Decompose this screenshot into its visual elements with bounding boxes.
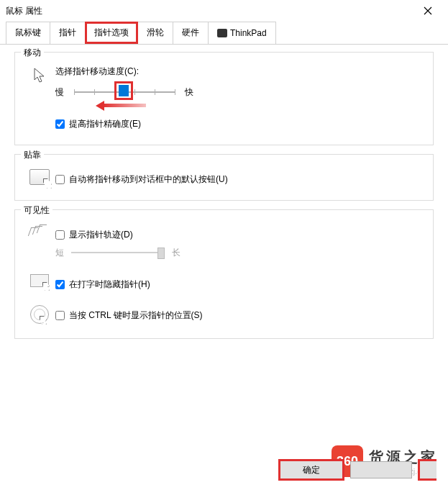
ctrl-locate-label: 当按 CTRL 键时显示指针的位置(S) [69,309,203,322]
window-title: 鼠标 属性 [6,5,42,17]
enhance-precision-label: 提高指针精确度(E) [69,118,141,130]
group-visibility: 可见性 显示指针轨迹(D) 短 长 [14,209,434,339]
hide-typing-label: 在打字时隐藏指针(H) [69,278,150,291]
close-button[interactable] [413,1,442,21]
group-motion-title: 移动 [21,47,44,59]
cursor-arrow-icon [32,67,47,84]
thinkpad-icon [217,29,227,37]
pointer-speed-label: 选择指针移动速度(C): [55,65,424,78]
tab-thinkpad[interactable]: ThinkPad [208,22,276,44]
tab-pointer-options[interactable]: 指针选项 [85,22,138,44]
tab-bar: 鼠标键 指针 指针选项 滑轮 硬件 ThinkPad [0,22,448,45]
pointer-trails-label: 显示指针轨迹(D) [69,229,133,241]
tab-hardware[interactable]: 硬件 [173,22,209,44]
group-snap-title: 贴靠 [21,149,44,161]
cancel-button[interactable] [350,461,412,478]
ok-button[interactable]: 确定 [278,459,344,481]
pointer-trails-icon [29,224,50,239]
tab-buttons[interactable]: 鼠标键 [6,22,50,44]
annotation-arrow [96,101,146,111]
tab-pointers[interactable]: 指针 [50,22,86,44]
tab-content: 移动 选择指针移动速度(C): 慢 [0,45,448,355]
enhance-precision-checkbox[interactable] [55,119,65,129]
group-snap: 贴靠 自动将指针移动到对话框中的默认按钮(U) [14,154,434,201]
close-icon [424,6,432,15]
slider-thumb-highlight [114,81,133,100]
apply-button[interactable] [418,459,436,481]
pointer-trails-checkbox[interactable] [55,230,65,240]
snap-to-checkbox[interactable] [55,175,65,184]
group-visibility-title: 可见性 [21,204,52,217]
snap-button-icon [29,169,50,185]
trails-long-label: 长 [172,247,180,259]
dialog-buttons: 确定 [278,459,436,481]
trails-short-label: 短 [55,247,64,259]
snap-to-label: 自动将指针移动到对话框中的默认按钮(U) [69,173,228,186]
slow-label: 慢 [55,86,64,99]
group-motion: 移动 选择指针移动速度(C): 慢 [14,52,434,145]
titlebar: 鼠标 属性 [0,0,448,22]
ctrl-locate-icon [30,305,49,324]
hide-typing-checkbox[interactable] [55,280,65,289]
ctrl-locate-checkbox[interactable] [55,311,65,320]
slider-thumb[interactable] [119,85,129,96]
tab-wheel[interactable]: 滑轮 [137,22,173,44]
fast-label: 快 [185,86,193,99]
trails-slider [71,245,165,260]
pointer-speed-slider[interactable] [74,83,175,101]
hide-typing-icon [30,274,49,287]
